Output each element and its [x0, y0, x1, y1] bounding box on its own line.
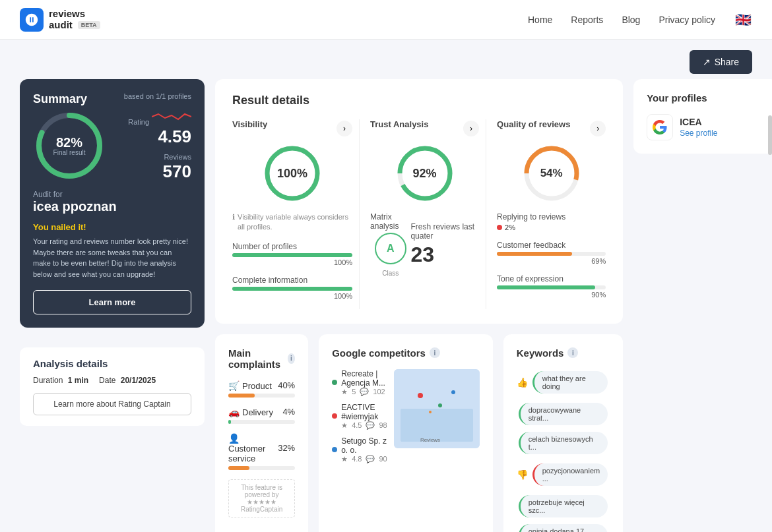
competitor-dot-1: [332, 380, 337, 385]
competitors-info-icon[interactable]: i: [430, 347, 440, 358]
matrix-analysis: Matrix analysis A Class: [370, 212, 410, 277]
quality-nav-arrow[interactable]: ›: [590, 121, 606, 136]
map-svg: Reviews: [394, 369, 480, 448]
tone-metric: Tone of expression 90%: [497, 274, 606, 299]
quality-section: Quality of reviews › 54% Replying to rev…: [486, 119, 606, 309]
visibility-nav-arrow[interactable]: ›: [337, 121, 352, 136]
logo-reviews-line: reviews audit BETA: [49, 9, 100, 30]
circle-percent: 82%: [53, 135, 86, 148]
date-label: Date 20/1/2025: [99, 376, 156, 385]
replying-dot: [497, 225, 502, 230]
quality-circle: 54%: [522, 144, 581, 203]
rating-label: Rating: [128, 118, 149, 126]
rating-section: 82% Final result Rating 4.59 Reviews: [33, 109, 191, 182]
nav: Home Reports Blog Privacy policy 🇬🇧: [528, 13, 752, 26]
toolbar: ↗ Share: [0, 40, 772, 79]
date-value: 20/1/2025: [121, 376, 156, 385]
nav-reports[interactable]: Reports: [571, 15, 603, 25]
visibility-section: Visibility › 100% ℹ Visibility variable …: [232, 119, 352, 309]
powered-note: This feature is powered by ★★★★★ RatingC…: [228, 479, 295, 517]
circle-final-label: Final result: [53, 148, 86, 156]
left-column: Summary based on 1/1 profiles 82% Final …: [20, 79, 205, 532]
keywords-title: Keywords i: [517, 347, 610, 359]
audit-for-label: Audit for: [33, 190, 191, 199]
complaint-product: 🛒Product 40%: [228, 380, 295, 398]
svg-text:Reviews: Reviews: [420, 437, 440, 443]
complaints-card: Main complaints i 🛒Product 40% 🚗Delivery…: [215, 334, 308, 532]
trust-section: Trust Analysis › 92% Matrix analysis: [359, 119, 479, 309]
complaints-info-icon[interactable]: i: [288, 353, 295, 364]
star-icon: ★: [341, 388, 348, 396]
nav-home[interactable]: Home: [528, 15, 552, 25]
keyword-tag-6[interactable]: opinia dodana 17 czer...: [519, 524, 608, 532]
nav-privacy[interactable]: Privacy policy: [659, 15, 715, 25]
profile-name: ICEA: [680, 117, 717, 127]
keyword-tag-3[interactable]: celach biznesowych t...: [519, 432, 608, 454]
competitor-list: Recreate | Agencja M... ★ 5 💬 102: [332, 369, 387, 470]
feedback-metric: Customer feedback 69%: [497, 241, 606, 265]
keyword-tag-2[interactable]: dopracowywane strat...: [519, 403, 608, 425]
profile-info: ICEA See profile: [680, 117, 717, 138]
reviews-label: Reviews: [164, 153, 191, 161]
nailed-it-heading: You nailed it!: [33, 222, 191, 232]
header: reviews audit BETA Home Reports Blog Pri…: [0, 0, 772, 40]
svg-point-13: [429, 411, 432, 413]
profiles-card: Your profiles ICEA: [633, 79, 772, 154]
visibility-label: Visibility: [232, 119, 267, 129]
trust-nav-arrow[interactable]: ›: [463, 121, 479, 136]
sparkline-chart: [152, 109, 191, 125]
learn-captain-button[interactable]: Learn more about Rating Captain: [33, 393, 191, 415]
learn-more-button[interactable]: Learn more: [33, 290, 191, 314]
reviews-info: Reviews 570: [128, 151, 191, 182]
logo-icon: [20, 8, 44, 32]
quality-header: Quality of reviews ›: [497, 119, 606, 137]
rating-captain-stars: ★★★★★ RatingCaptain: [233, 498, 290, 513]
see-profile-link[interactable]: See profile: [680, 129, 717, 138]
matrix-badge: A: [375, 233, 406, 264]
profiles-title: Your profiles: [647, 92, 765, 103]
analysis-meta: Duration 1 min Date 20/1/2025: [33, 376, 191, 385]
result-details-card: Result details Visibility › 100%: [215, 79, 623, 324]
keywords-card: Keywords i 👍 what they are doing dopraco…: [503, 334, 623, 532]
share-button[interactable]: ↗ Share: [690, 50, 752, 74]
visibility-note: ℹ Visibility variable always considers a…: [232, 212, 352, 233]
logo-audit-word: audit: [49, 19, 73, 30]
nav-blog[interactable]: Blog: [622, 15, 640, 25]
svg-point-11: [438, 403, 442, 407]
profile-google-logo: [647, 114, 673, 140]
thumbs-down-icon: 👎: [517, 469, 528, 480]
competitors-content: Recreate | Agencja M... ★ 5 💬 102: [332, 369, 480, 478]
keyword-tag-1[interactable]: what they are doing: [532, 371, 608, 394]
fresh-reviews-number: 23: [410, 243, 479, 267]
rating-info: Rating 4.59: [128, 109, 191, 147]
quality-percent: 54%: [540, 167, 563, 180]
beta-badge: BETA: [78, 21, 100, 29]
complaints-title: Main complaints i: [228, 347, 295, 370]
competitors-title: Google competitors i: [332, 347, 480, 359]
keyword-tag-4[interactable]: pozycjonowaniem ...: [532, 463, 608, 486]
result-details-title: Result details: [232, 94, 606, 107]
keywords-info-icon[interactable]: i: [567, 347, 578, 358]
competitor-1: Recreate | Agencja M... ★ 5 💬 102: [332, 369, 387, 396]
based-on: based on 1/1 profiles: [124, 92, 191, 100]
share-label: Share: [715, 57, 739, 67]
logo-svg: [24, 13, 39, 27]
flag-icon[interactable]: 🇬🇧: [734, 13, 752, 26]
rating-value: 4.59: [128, 127, 191, 147]
trust-circle: 92%: [395, 144, 455, 203]
competitor-dot-2: [332, 413, 337, 419]
analysis-details-title: Analysis details: [33, 358, 191, 369]
circle-text: 82% Final result: [53, 135, 86, 156]
summary-circle: 82% Final result: [33, 109, 106, 182]
quality-label: Quality of reviews: [497, 119, 570, 129]
trust-metrics: Matrix analysis A Class Fresh reviews la…: [370, 212, 479, 277]
keyword-tag-5[interactable]: potrzebuje więcej szc...: [519, 495, 608, 517]
share-icon: ↗: [703, 57, 711, 67]
logo-reviews-word: reviews: [49, 8, 85, 19]
result-sections: Visibility › 100% ℹ Visibility variable …: [232, 119, 606, 309]
logo-text: reviews audit BETA: [49, 9, 100, 30]
competitor-3: Setugo Sp. z o. o. ★ 4.8 💬 90: [332, 436, 387, 463]
google-icon: [652, 119, 668, 135]
profiles-scroll: ICEA See profile: [647, 114, 765, 140]
complete-info-metric: Complete information 100%: [232, 276, 352, 300]
